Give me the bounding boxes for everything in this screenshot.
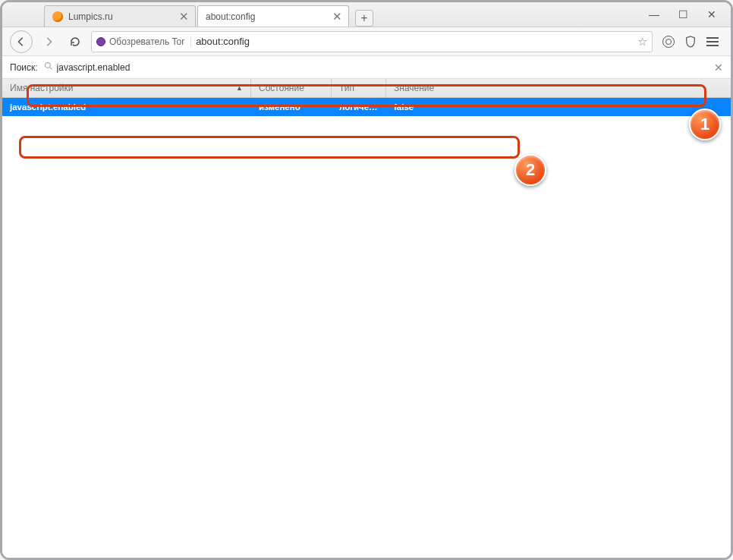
- pref-value: false: [386, 102, 731, 112]
- titlebar: Lumpics.ru ✕ about:config ✕ + — ☐ ✕: [2, 2, 731, 27]
- pref-name: javascript.enabled: [2, 102, 251, 112]
- tab-aboutconfig[interactable]: about:config ✕: [197, 5, 349, 27]
- sort-asc-icon: ▲: [236, 84, 243, 92]
- navbar: Обозреватель Tor about:config ☆: [2, 27, 731, 56]
- toolbar-right: [658, 36, 723, 48]
- tor-identity[interactable]: Обозреватель Tor: [96, 36, 191, 47]
- arrow-left-icon: [16, 36, 27, 47]
- preference-search-row: Поиск: ✕: [2, 56, 731, 79]
- pref-table-body: javascript.enabled изменено логическ... …: [2, 98, 731, 558]
- pref-status: изменено: [251, 102, 332, 112]
- col-header-name[interactable]: Имя настройки ▲: [2, 79, 251, 97]
- reload-icon: [69, 36, 81, 48]
- search-label: Поиск:: [7, 62, 42, 73]
- search-input[interactable]: [57, 62, 711, 73]
- annotation-callout-2: 2: [514, 154, 546, 186]
- back-button[interactable]: [10, 30, 33, 53]
- search-icon: [44, 61, 53, 73]
- forward-button[interactable]: [38, 31, 59, 52]
- address-bar[interactable]: Обозреватель Tor about:config ☆: [91, 31, 653, 52]
- tab-label: Lumpics.ru: [68, 11, 175, 22]
- maximize-button[interactable]: ☐: [678, 8, 688, 20]
- tor-label: Обозреватель Tor: [109, 36, 184, 47]
- clear-search-icon[interactable]: ✕: [711, 61, 726, 74]
- annotation-callout-1: 1: [689, 109, 721, 140]
- close-tab-icon[interactable]: ✕: [179, 11, 189, 22]
- search-input-wrap: [42, 61, 711, 73]
- shield-icon[interactable]: [685, 36, 696, 48]
- table-row[interactable]: javascript.enabled изменено логическ... …: [2, 98, 731, 116]
- reload-button[interactable]: [64, 31, 86, 52]
- new-tab-button[interactable]: +: [355, 10, 373, 27]
- svg-point-0: [45, 63, 50, 68]
- col-header-type[interactable]: Тип: [332, 79, 386, 97]
- pref-type: логическ...: [332, 102, 386, 112]
- svg-line-1: [49, 68, 52, 70]
- col-header-value[interactable]: Значение: [386, 79, 731, 97]
- tab-lumpics[interactable]: Lumpics.ru ✕: [44, 5, 196, 27]
- tab-label: about:config: [206, 11, 328, 22]
- bookmark-star-icon[interactable]: ☆: [637, 35, 647, 49]
- close-tab-icon[interactable]: ✕: [332, 11, 342, 22]
- tor-onion-icon: [96, 37, 105, 46]
- tor-circuit-icon[interactable]: [662, 36, 675, 48]
- plus-icon: +: [360, 11, 367, 25]
- col-header-status[interactable]: Состояние: [251, 79, 332, 97]
- url-text: about:config: [196, 36, 633, 47]
- pref-table-header: Имя настройки ▲ Состояние Тип Значение: [2, 79, 731, 98]
- window-controls: — ☐ ✕: [635, 2, 731, 27]
- favicon-lumpics-icon: [52, 11, 63, 22]
- tab-strip: Lumpics.ru ✕ about:config ✕ +: [2, 2, 635, 27]
- arrow-right-icon: [43, 36, 54, 47]
- menu-button[interactable]: [706, 37, 719, 46]
- close-window-button[interactable]: ✕: [706, 8, 717, 20]
- minimize-button[interactable]: —: [649, 8, 659, 20]
